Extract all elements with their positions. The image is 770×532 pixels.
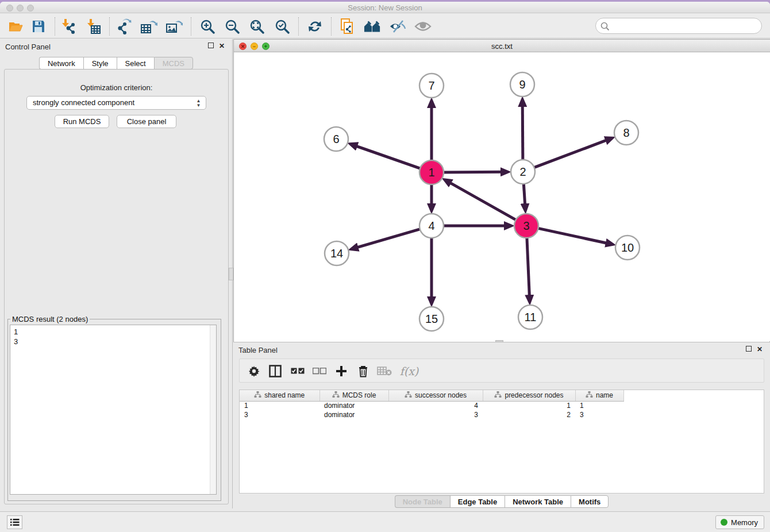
clone-network-icon[interactable]	[339, 18, 356, 35]
zoom-in-icon[interactable]	[199, 18, 216, 35]
zoom-fit-icon[interactable]	[248, 18, 265, 35]
refresh-icon[interactable]	[306, 18, 324, 35]
graph-node-10[interactable]: 10	[615, 236, 640, 260]
task-history-button[interactable]	[7, 515, 22, 529]
show-graphics-details-icon[interactable]	[414, 18, 432, 35]
import-table-icon[interactable]	[85, 18, 102, 35]
tab-network-table[interactable]: Network Table	[505, 495, 571, 508]
graph-edge-3-1[interactable]	[451, 183, 519, 222]
tab-node-table[interactable]: Node Table	[395, 495, 450, 508]
open-session-icon[interactable]	[7, 18, 24, 35]
tab-mcds[interactable]: MCDS	[154, 57, 193, 70]
export-image-icon[interactable]	[165, 18, 183, 35]
table-cell[interactable]: 3	[575, 410, 623, 419]
tab-motifs[interactable]: Motifs	[571, 495, 609, 508]
graph-node-3[interactable]: 3	[514, 214, 538, 238]
graph-node-9[interactable]: 9	[510, 72, 534, 97]
select-all-rows-icon[interactable]	[289, 363, 306, 380]
column-header-label: successor nodes	[415, 391, 467, 399]
table-cell[interactable]: 1	[575, 401, 623, 410]
graph-node-6[interactable]: 6	[324, 127, 348, 151]
result-scrollbar[interactable]	[210, 325, 216, 494]
node-label: 2	[519, 165, 526, 178]
application-window: Session: New Session	[0, 2, 770, 532]
hierarchy-icon	[586, 391, 593, 400]
export-network-icon[interactable]	[115, 18, 132, 35]
run-mcds-button[interactable]: Run MCDS	[55, 115, 109, 128]
main-toolbar	[0, 14, 770, 38]
table-cell[interactable]: 3	[240, 410, 319, 419]
table-cell[interactable]: 2	[483, 410, 575, 419]
search-input[interactable]	[613, 20, 757, 32]
float-table-panel-icon[interactable]	[746, 346, 752, 353]
mcds-result-list[interactable]: 1 3	[10, 325, 217, 495]
criterion-dropdown[interactable]: strongly connected component ▲▼	[26, 96, 206, 110]
toolbar-separator	[109, 17, 110, 36]
node-table: shared nameMCDS rolesuccessor nodesprede…	[240, 390, 624, 419]
fx-label: f(x)	[400, 365, 419, 377]
close-table-panel-icon[interactable]: ✕	[757, 346, 763, 353]
table-panel-title: Table Panel	[238, 346, 278, 354]
tab-style[interactable]: Style	[83, 57, 117, 70]
column-header-name[interactable]: name	[575, 390, 623, 401]
table-row[interactable]: 1dominator411	[240, 401, 623, 410]
graph-edge-3-11[interactable]	[527, 234, 530, 295]
export-table-icon[interactable]	[140, 18, 157, 35]
network-canvas[interactable]: 7968124314101511	[234, 52, 769, 342]
network-window-titlebar[interactable]: ✕ − + scc.txt	[234, 40, 770, 52]
graph-node-11[interactable]: 11	[518, 305, 542, 329]
float-panel-icon[interactable]	[208, 43, 214, 49]
function-builder-icon[interactable]: f(x)	[397, 363, 421, 380]
graph-edge-2-8[interactable]	[531, 140, 606, 168]
node-label: 4	[428, 219, 434, 232]
criterion-value: strongly connected component	[33, 98, 134, 107]
tab-select[interactable]: Select	[117, 57, 154, 70]
tab-edge-table[interactable]: Edge Table	[450, 495, 505, 508]
graph-node-8[interactable]: 8	[614, 121, 638, 145]
table-cell[interactable]: dominator	[319, 401, 388, 410]
table-cell[interactable]: 1	[483, 401, 575, 410]
column-header-successor-nodes[interactable]: successor nodes	[388, 390, 483, 401]
table-cell[interactable]: dominator	[319, 410, 388, 419]
vertical-splitter-handle[interactable]	[229, 268, 233, 280]
graph-edge-1-6[interactable]	[357, 147, 424, 170]
graph-edge-2-9[interactable]	[522, 106, 523, 163]
show-columns-icon[interactable]	[267, 363, 284, 380]
close-panel-icon[interactable]: ✕	[219, 43, 225, 49]
control-panel-tabs: NetworkStyleSelectMCDS	[0, 57, 232, 70]
hide-selected-icon[interactable]	[389, 18, 406, 35]
delete-table-icon[interactable]	[376, 363, 393, 380]
zoom-out-icon[interactable]	[224, 18, 241, 35]
graph-node-2[interactable]: 2	[511, 160, 535, 184]
graph-node-14[interactable]: 14	[325, 241, 349, 265]
table-tabs: Node TableEdge TableNetwork TableMotifs	[233, 495, 770, 508]
graph-edge-3-10[interactable]	[535, 228, 606, 243]
zoom-selected-icon[interactable]	[274, 18, 291, 35]
tab-network[interactable]: Network	[39, 57, 83, 70]
graph-node-15[interactable]: 15	[419, 307, 444, 331]
import-network-icon[interactable]	[60, 18, 77, 35]
save-session-icon[interactable]	[30, 18, 47, 35]
table-cell[interactable]: 1	[240, 401, 319, 410]
create-column-icon[interactable]	[333, 363, 350, 380]
graph-edge-4-14[interactable]	[357, 228, 423, 247]
first-neighbors-icon[interactable]	[364, 18, 381, 35]
node-table-container: shared nameMCDS rolesuccessor nodesprede…	[239, 390, 764, 494]
delete-column-icon[interactable]	[355, 363, 372, 380]
column-header-MCDS-role[interactable]: MCDS role	[319, 390, 388, 401]
mcds-result-group: MCDS result (2 nodes) 1 3	[7, 315, 221, 501]
table-cell[interactable]: 3	[388, 410, 483, 419]
table-settings-gear-icon[interactable]	[245, 363, 263, 380]
graph-node-7[interactable]: 7	[419, 74, 444, 98]
graph-node-1[interactable]: 1	[419, 160, 444, 184]
table-row[interactable]: 3dominator323	[240, 410, 623, 419]
close-panel-button[interactable]: Close panel	[117, 115, 176, 128]
column-header-predecessor-nodes[interactable]: predecessor nodes	[483, 390, 575, 401]
graph-node-4[interactable]: 4	[419, 214, 444, 238]
column-header-shared-name[interactable]: shared name	[240, 390, 319, 401]
graph-edge-1-2[interactable]	[440, 172, 501, 172]
memory-button[interactable]: Memory	[715, 515, 764, 529]
node-label: 10	[621, 241, 634, 254]
table-cell[interactable]: 4	[388, 401, 483, 410]
deselect-all-rows-icon[interactable]	[311, 363, 328, 380]
